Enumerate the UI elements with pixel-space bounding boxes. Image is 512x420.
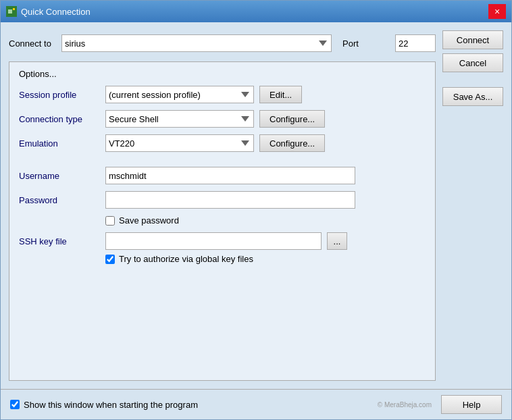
connect-button[interactable]: Connect	[442, 30, 503, 49]
title-bar: Quick Connection ×	[1, 1, 511, 22]
username-label: Username	[19, 171, 100, 181]
try-authorize-label: Try to authorize via global key files	[119, 254, 253, 264]
connection-type-label: Connection type	[19, 114, 100, 124]
quick-connection-dialog: Quick Connection × Connect to sirius Por…	[0, 0, 512, 420]
username-row: Username	[19, 167, 426, 184]
ssh-key-input[interactable]	[105, 232, 322, 250]
app-icon	[6, 6, 17, 17]
save-as-button[interactable]: Save As...	[442, 87, 503, 106]
svg-rect-1	[8, 9, 12, 14]
emulation-configure-button[interactable]: Configure...	[259, 134, 325, 152]
cancel-button[interactable]: Cancel	[442, 53, 503, 72]
connect-to-label: Connect to	[9, 38, 56, 49]
save-password-label: Save password	[119, 215, 179, 226]
show-window-label: Show this window when starting the progr…	[24, 400, 198, 410]
port-input[interactable]	[395, 34, 436, 52]
show-window-checkbox[interactable]	[10, 400, 20, 409]
edit-button[interactable]: Edit...	[259, 86, 302, 103]
session-profile-row: Session profile (current session profile…	[19, 86, 426, 103]
connection-type-configure-button[interactable]: Configure...	[259, 110, 325, 128]
connect-row: Connect to sirius Port	[9, 30, 436, 56]
emulation-dropdown[interactable]: VT220	[105, 134, 254, 152]
svg-rect-2	[13, 8, 15, 10]
help-button[interactable]: Help	[441, 395, 502, 414]
options-section: Options... Session profile (current sess…	[9, 61, 436, 381]
session-profile-label: Session profile	[19, 90, 100, 100]
connection-type-dropdown[interactable]: Secure Shell	[105, 110, 254, 128]
bottom-bar: Show this window when starting the progr…	[1, 389, 511, 419]
emulation-label: Emulation	[19, 138, 100, 149]
session-profile-dropdown[interactable]: (current session profile)	[105, 86, 254, 103]
password-row: Password	[19, 191, 426, 209]
dialog-title: Quick Connection	[21, 7, 91, 17]
connection-type-row: Connection type Secure Shell Configure..…	[19, 110, 426, 128]
username-input[interactable]	[105, 167, 355, 184]
bottom-left: Show this window when starting the progr…	[10, 400, 198, 410]
title-bar-left: Quick Connection	[6, 6, 91, 17]
password-label: Password	[19, 195, 100, 205]
try-authorize-row: Try to authorize via global key files	[105, 254, 426, 264]
watermark: © MeraBheja.com	[378, 401, 434, 409]
save-password-row: Save password	[105, 215, 426, 226]
port-label: Port	[342, 38, 390, 49]
ssh-key-browse-button[interactable]: ...	[327, 232, 347, 250]
close-button[interactable]: ×	[488, 4, 506, 19]
connect-to-dropdown[interactable]: sirius	[61, 34, 332, 52]
password-input[interactable]	[105, 191, 355, 209]
ssh-key-row: SSH key file ...	[19, 232, 426, 250]
try-authorize-checkbox[interactable]	[105, 255, 115, 264]
side-buttons: Connect Cancel Save As...	[442, 30, 503, 381]
emulation-row: Emulation VT220 Configure...	[19, 134, 426, 152]
dialog-body: Connect to sirius Port Options... Sessio…	[1, 22, 511, 389]
options-title: Options...	[19, 69, 426, 79]
ssh-key-label: SSH key file	[19, 236, 100, 246]
save-password-checkbox[interactable]	[105, 216, 115, 226]
main-content: Connect to sirius Port Options... Sessio…	[9, 30, 436, 381]
